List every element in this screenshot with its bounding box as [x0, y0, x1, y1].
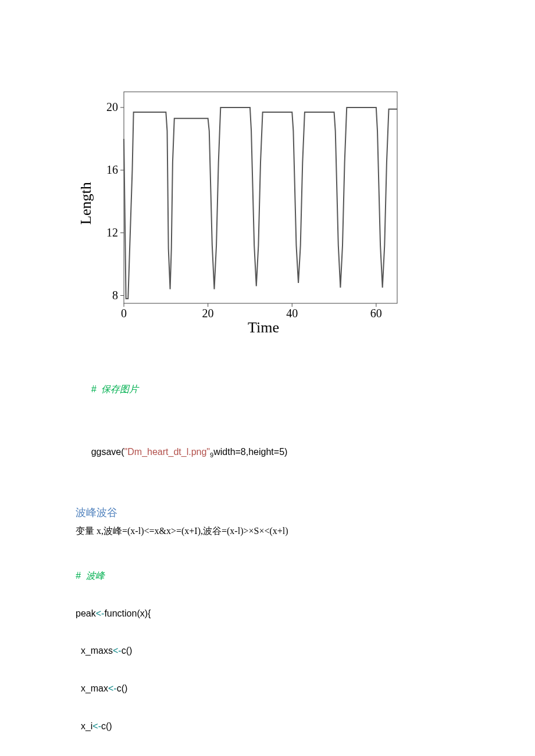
y-axis-title: Length: [80, 182, 94, 225]
svg-text:0: 0: [121, 307, 127, 320]
comment-peak: # 波峰: [76, 571, 105, 581]
svg-text:8: 8: [112, 289, 118, 302]
svg-text:60: 60: [370, 307, 382, 320]
svg-text:40: 40: [286, 307, 298, 320]
peak-function-code: # 波峰 peak<-function(x){ x_maxs<-c() x_ma…: [76, 544, 459, 756]
definition-text: 变量 x,波峰=(x-l)<=x&x>=(x+I),波谷=(x-l)>×S×<(…: [76, 525, 459, 538]
ggsave-call: ggsave("Dm_heart_dt_l.png"9width=8,heigh…: [76, 433, 459, 472]
svg-text:12: 12: [106, 226, 118, 239]
svg-text:20: 20: [106, 101, 118, 113]
section-heading-peak-valley: 波峰波谷: [76, 506, 459, 519]
x-axis-title: Time: [248, 319, 279, 336]
svg-text:20: 20: [202, 307, 214, 320]
svg-rect-0: [124, 92, 397, 303]
comment-save-image: # 保存图片: [91, 384, 139, 394]
svg-text:16: 16: [106, 163, 118, 176]
length-vs-time-chart: 81216200204060 Time Length: [80, 81, 406, 337]
